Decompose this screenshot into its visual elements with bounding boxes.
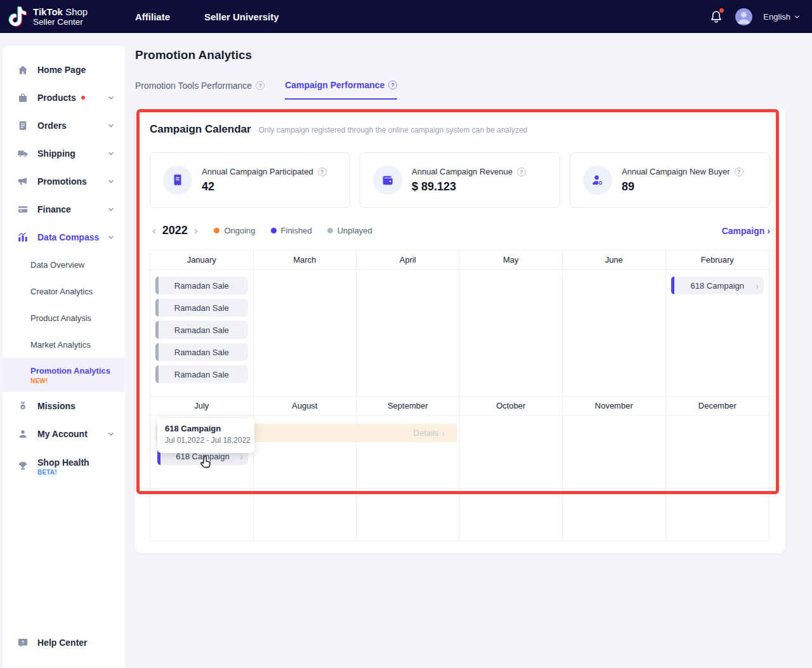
sidebar-subitem-market-analytics[interactable]: Market Analytics <box>3 331 125 358</box>
chevron-right-icon: › <box>240 452 243 461</box>
help-icon[interactable]: ? <box>735 167 743 176</box>
sidebar-subitem-creator-analytics[interactable]: Creator Analytics <box>3 278 125 305</box>
month-cell-february: 618 Campaign› <box>666 270 769 396</box>
data-compass-icon <box>16 231 29 244</box>
sidebar-item-my-account[interactable]: My Account <box>3 420 125 448</box>
month-header-july: July <box>150 396 254 416</box>
missions-icon <box>16 400 29 412</box>
tab-campaign-performance[interactable]: Campaign Performance ? <box>285 80 397 100</box>
sidebar-item-finance[interactable]: Finance <box>3 195 125 223</box>
sidebar-item-label: Data Compass <box>37 232 99 242</box>
tooltip-title: 618 Campaign <box>165 424 247 433</box>
event-ramadan-sale[interactable]: Ramadan Sale <box>155 299 248 317</box>
products-alert-dot <box>81 96 85 100</box>
month-cell-october <box>460 416 563 540</box>
help-icon[interactable]: ? <box>388 81 397 89</box>
month-header-august: August <box>254 396 357 416</box>
sidebar-item-label: Finance <box>37 204 71 214</box>
event-ramadan-sale[interactable]: Ramadan Sale <box>155 321 248 339</box>
stat-annual-campaign-participated: Annual Campaign Participated ? 42 <box>150 152 350 208</box>
sidebar-item-promotions[interactable]: Promotions <box>3 167 125 195</box>
home-icon <box>16 63 29 76</box>
stat-value: $ 89.123 <box>412 180 526 193</box>
year-row: ‹ 2022 › Ongoing Finished Unplayed Campa… <box>150 224 770 237</box>
subitem-label: Product Analysis <box>30 313 91 323</box>
stat-label: Annual Campaign New Buyer <box>622 167 730 176</box>
card-subtitle: Only campaign registered through the onl… <box>259 126 528 134</box>
sidebar-item-label: Shop Health <box>37 457 89 468</box>
new-badge: NEW! <box>30 377 48 384</box>
products-icon <box>16 91 29 104</box>
chevron-right-icon: › <box>756 281 759 291</box>
card-title: Campaign Calendar <box>150 123 251 136</box>
month-header-january: January <box>150 251 254 270</box>
sidebar-item-label: Orders <box>37 121 67 131</box>
next-year-button[interactable]: › <box>192 225 200 237</box>
tiktok-shop-logo[interactable]: TikTok Shop Seller Center <box>6 4 88 29</box>
notifications-button[interactable] <box>708 8 724 25</box>
topnav-right-cluster: English <box>708 0 801 33</box>
avatar[interactable] <box>735 8 752 25</box>
help-icon[interactable]: ? <box>256 81 265 90</box>
wallet-icon <box>373 166 402 195</box>
sidebar-item-label: Missions <box>37 401 75 411</box>
logo-brand: TikTok <box>33 6 63 17</box>
month-header-may: May <box>460 251 563 270</box>
chevron-down-icon <box>107 233 115 241</box>
event-label: Ramadan Sale <box>174 281 229 291</box>
sidebar-item-help-center[interactable]: ? Help Center <box>3 629 125 657</box>
month-header-february: February <box>666 251 769 270</box>
sidebar-subitem-product-analysis[interactable]: Product Analysis <box>3 305 125 331</box>
tooltip-dates: Jul 01,2022 - Jul 18,2022 <box>165 436 247 445</box>
help-icon[interactable]: ? <box>318 167 327 176</box>
sidebar-item-home-page[interactable]: Home Page <box>3 56 125 84</box>
month-cell-may <box>460 270 563 396</box>
event-ramadan-sale[interactable]: Ramadan Sale <box>155 277 248 294</box>
svg-text:?: ? <box>22 639 25 645</box>
receipt-icon <box>163 166 192 195</box>
sidebar-item-data-compass[interactable]: Data Compass <box>3 223 125 251</box>
subitem-label: Data Overview <box>30 260 84 270</box>
sidebar-item-label: Help Center <box>37 638 88 648</box>
month-cell-january: Ramadan Sale Ramadan Sale Ramadan Sale R… <box>150 270 254 396</box>
prev-year-button[interactable]: ‹ <box>150 225 159 237</box>
tab-label: Campaign Performance <box>285 80 384 90</box>
event-618-campaign[interactable]: 618 Campaign› <box>671 277 764 294</box>
month-header-october: October <box>460 396 563 416</box>
event-ramadan-sale[interactable]: Ramadan Sale <box>155 343 248 361</box>
event-ramadan-sale[interactable]: Ramadan Sale <box>155 365 248 383</box>
legend-ongoing: Ongoing <box>214 226 255 235</box>
month-header-september: September <box>357 396 460 416</box>
sidebar-item-label: Home Page <box>37 65 86 75</box>
new-buyer-icon <box>583 166 612 195</box>
nav-link-seller-university[interactable]: Seller University <box>204 0 279 33</box>
stat-annual-campaign-new-buyer: Annual Campaign New Buyer ? 89 <box>570 152 770 208</box>
sidebar-item-shipping[interactable]: Shipping <box>3 140 125 167</box>
language-selector[interactable]: English <box>763 12 801 22</box>
user-icon <box>735 8 752 25</box>
help-icon[interactable]: ? <box>517 167 526 176</box>
legend-unplayed: Unplayed <box>327 226 372 235</box>
nav-link-affiliate[interactable]: Affiliate <box>135 0 170 33</box>
details-label: Details <box>414 428 439 438</box>
tab-label: Promotion Tools Performance <box>135 81 252 91</box>
sidebar-item-shop-health[interactable]: Shop Health BETA! <box>3 448 125 485</box>
event-status-bar <box>155 299 159 317</box>
event-status-bar <box>155 365 159 383</box>
month-cell-march <box>254 270 357 396</box>
campaign-link[interactable]: Campaign› <box>722 226 770 236</box>
sidebar-item-products[interactable]: Products <box>3 84 125 112</box>
month-header-april: April <box>357 251 460 270</box>
legend: Ongoing Finished Unplayed <box>214 226 372 235</box>
chevron-down-icon <box>107 94 115 102</box>
account-icon <box>16 428 29 440</box>
top-navbar: TikTok Shop Seller Center Affiliate Sell… <box>0 0 812 33</box>
sidebar-subitem-promotion-analytics[interactable]: Promotion Analytics NEW! <box>3 358 125 392</box>
tab-promotion-tools-performance[interactable]: Promotion Tools Performance ? <box>135 80 265 100</box>
finished-dot <box>271 228 277 233</box>
subitem-label: Promotion Analytics <box>30 366 110 376</box>
sidebar-item-orders[interactable]: Orders <box>3 112 125 140</box>
sidebar-subitem-data-overview[interactable]: Data Overview <box>3 251 125 278</box>
chevron-right-icon: › <box>767 226 770 236</box>
sidebar-item-missions[interactable]: Missions <box>3 392 125 420</box>
